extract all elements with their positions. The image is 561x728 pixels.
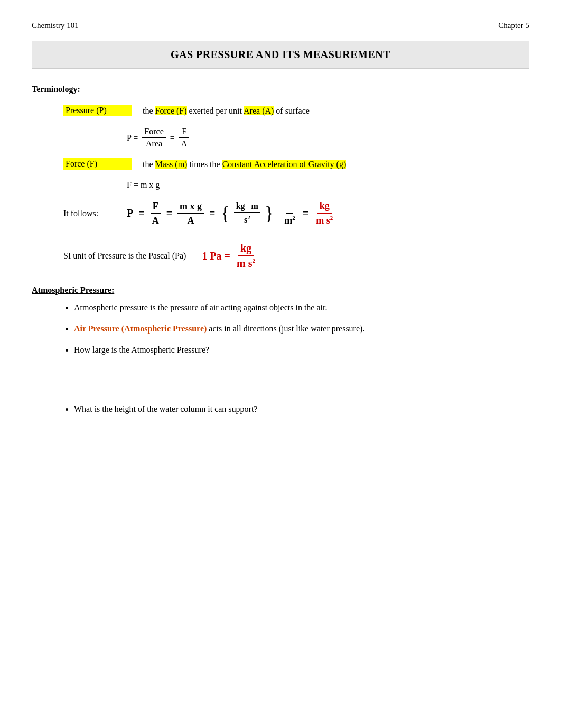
force-term-row: Force (F) the Mass (m) times the Constan… [32,158,529,171]
bullet-1-text: Atmospheric pressure is the pressure of … [74,303,327,312]
bullet-3-text: How large is the Atmospheric Pressure? [74,345,209,354]
area-denominator: Area [142,138,165,149]
terminology-label: Terminology: [32,85,529,94]
bullet-item-4: What is the height of the water column i… [74,403,529,416]
force-area-fraction: Force Area [142,127,165,149]
red-kg: kg [317,200,332,214]
big-equals-4: = [303,207,308,219]
si-unit-label: SI unit of Pressure is the Pascal (Pa) [63,251,186,261]
atmospheric-label: Atmospheric Pressure: [32,285,529,295]
f-numerator: F [179,127,190,138]
big-mxg: m x g [177,201,204,214]
terminology-section: Terminology: Pressure (P) the Force (F) … [32,85,529,270]
f-equals-line: F = m x g [32,180,529,190]
extra-bullet-list: What is the height of the water column i… [32,403,529,416]
pascal-ms2: m s2 [235,256,257,270]
si-unit-section: SI unit of Pressure is the Pascal (Pa) 1… [32,242,529,270]
pascal-formula: 1 Pa = kg m s2 [202,242,257,270]
open-brace: { [220,204,229,223]
it-follows-section: It follows: P = F A = m x g A = { kg m [32,200,529,226]
big-equals-1: = [138,207,144,219]
atmospheric-section: Atmospheric Pressure: Atmospheric pressu… [32,285,529,416]
pressure-term-row: Pressure (P) the Force (F) exerted per u… [32,105,529,117]
atmospheric-bullet-list: Atmospheric pressure is the pressure of … [32,301,529,356]
bullet-4-text: What is the height of the water column i… [74,404,257,413]
f-formula-text: F = m x g [127,180,160,189]
big-f: F [151,201,161,214]
inner-fraction: kg m s2 [234,201,260,225]
a-denominator: A [179,138,190,149]
it-follows-label: It follows: [63,209,127,218]
page-title: GAS PRESSURE AND ITS MEASUREMENT [43,49,518,61]
empty-num [286,200,293,214]
force-numerator: Force [142,127,165,138]
chapter-label: Chapter 5 [498,21,529,30]
big-a2: A [185,214,197,226]
force-term-label: Force (F) [63,158,132,170]
bullet-item-2: Air Pressure (Atmospheric Pressure) acts… [74,322,529,335]
brace-section: { kg m s2 } [220,201,277,225]
over-m2: m2 [282,200,297,226]
area-highlight: Area (A) [244,106,274,115]
big-mxg-a: m x g A [177,201,204,226]
course-label: Chemistry 101 [32,21,79,30]
s2-den: s2 [242,213,253,225]
gravity-highlight: Constant Acceleration of Gravity (g) [222,160,347,169]
pressure-formula-block: P = Force Area = F A [32,127,529,149]
big-f-a: F A [150,201,161,226]
close-brace: } [265,204,274,223]
red-kg-ms2: kg m s2 [314,200,335,226]
bullet-2-rest: acts in all directions (just like water … [209,324,364,333]
one-pa-text: 1 Pa = [202,250,230,262]
p-equals-sign: P = [127,133,138,143]
pascal-kg: kg [238,242,254,256]
big-a: A [150,214,161,226]
pascal-fraction: kg m s2 [235,242,257,270]
page-header: Chemistry 101 Chapter 5 [32,21,529,30]
air-pressure-highlight: Air Pressure (Atmospheric Pressure) [74,324,207,333]
f-a-fraction: F A [179,127,190,149]
big-equals-2: = [166,207,172,219]
force-highlight: Force (F) [155,106,187,115]
pressure-term-label: Pressure (P) [63,105,132,116]
equals-sign-2: = [170,133,175,143]
pressure-formula-row: P = Force Area = F A [127,127,529,149]
big-equals-3: = [209,207,215,219]
bullet-item-3: How large is the Atmospheric Pressure? [74,344,529,356]
mass-highlight: Mass (m) [155,160,188,169]
title-box: GAS PRESSURE AND ITS MEASUREMENT [32,41,529,69]
bullet-item-1: Atmospheric pressure is the pressure of … [74,301,529,314]
force-definition: the Mass (m) times the Constant Accelera… [143,158,346,171]
pressure-definition: the Force (F) exerted per unit Area (A) … [143,105,310,117]
big-formula: P = F A = m x g A = { kg m s2 } [127,200,335,226]
m2-den: m2 [282,214,297,226]
kg-m-num: kg m [234,201,260,213]
red-ms2: m s2 [314,214,335,226]
big-p: P [127,207,133,219]
